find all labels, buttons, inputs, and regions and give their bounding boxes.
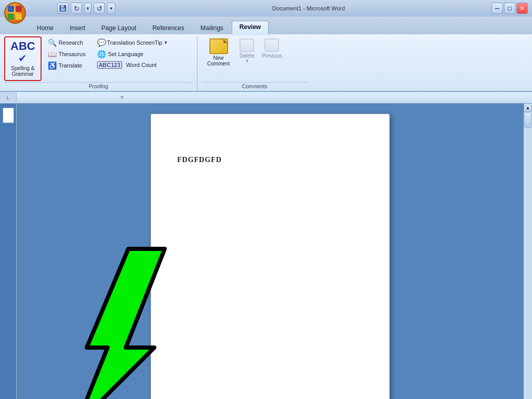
research-icon: 🔍 bbox=[48, 38, 57, 47]
translation-screentip-button[interactable]: 💬 Translation ScreenTip ▼ bbox=[94, 37, 171, 48]
window-title: Document1 - Microsoft Word bbox=[126, 5, 491, 11]
spelling-grammar-button[interactable]: ABC ✔ Spelling &Grammar bbox=[4, 36, 42, 81]
proofing-label: Proofing bbox=[4, 82, 193, 91]
tab-mailings[interactable]: Mailings bbox=[193, 22, 231, 34]
spelling-grammar-label: Spelling &Grammar bbox=[11, 65, 34, 77]
thesaurus-icon: 📖 bbox=[48, 50, 57, 58]
translation-tip-dropdown-arrow: ▼ bbox=[163, 40, 168, 45]
thesaurus-label: Thesaurus bbox=[59, 51, 86, 57]
translate-button[interactable]: ♿ Translate bbox=[45, 60, 89, 71]
tab-home[interactable]: Home bbox=[29, 22, 61, 34]
restore-button[interactable]: □ bbox=[504, 3, 515, 14]
page-thumbnail bbox=[3, 108, 14, 123]
page-thumbnails bbox=[0, 103, 16, 399]
document-canvas[interactable]: FDGFDGFD bbox=[17, 103, 524, 399]
vertical-ruler bbox=[0, 103, 17, 399]
vertical-scrollbar[interactable]: ▲ ▼ bbox=[524, 103, 532, 399]
svg-marker-5 bbox=[121, 96, 124, 99]
word-count-label: Word Count bbox=[126, 62, 157, 68]
comments-label: Comments bbox=[202, 82, 308, 91]
comments-group: NewComment Delete ▼ Previous Comments bbox=[197, 36, 312, 91]
close-button[interactable]: ✕ bbox=[516, 3, 528, 14]
scroll-thumb[interactable] bbox=[524, 112, 531, 128]
previous-icon bbox=[264, 38, 279, 52]
proofing-items: ABC ✔ Spelling &Grammar 🔍 Research 📖 The… bbox=[4, 36, 193, 81]
translation-tip-label: Translation ScreenTip bbox=[107, 39, 163, 46]
tab-insert[interactable]: Insert bbox=[62, 22, 93, 34]
set-language-label: Set Language bbox=[108, 51, 144, 57]
undo-dropdown[interactable]: ▼ bbox=[84, 3, 91, 14]
ruler-corner[interactable]: L bbox=[0, 92, 17, 103]
abc-icon: ABC bbox=[10, 41, 35, 52]
set-language-button[interactable]: 🌐 Set Language bbox=[94, 49, 171, 59]
previous-comment-button[interactable]: Previous bbox=[259, 36, 285, 61]
research-label: Research bbox=[59, 39, 83, 46]
document-page[interactable]: FDGFDGFD bbox=[151, 114, 390, 399]
previous-label: Previous bbox=[262, 53, 282, 59]
scroll-up-button[interactable]: ▲ bbox=[524, 103, 532, 112]
delete-icon bbox=[240, 38, 254, 52]
tab-references[interactable]: References bbox=[144, 22, 192, 34]
new-comment-icon bbox=[209, 38, 228, 54]
tab-pagelayout[interactable]: Page Layout bbox=[94, 22, 144, 34]
delete-label: Delete bbox=[240, 53, 255, 59]
minimize-button[interactable]: ─ bbox=[491, 3, 503, 14]
office-orb[interactable] bbox=[4, 2, 26, 24]
ribbon-content: ABC ✔ Spelling &Grammar 🔍 Research 📖 The… bbox=[0, 34, 532, 91]
proofing-group: ABC ✔ Spelling &Grammar 🔍 Research 📖 The… bbox=[0, 36, 197, 91]
word-count-icon: ABC123 bbox=[97, 61, 122, 69]
save-button[interactable] bbox=[57, 3, 69, 14]
delete-dropdown-arrow: ▼ bbox=[245, 59, 249, 63]
svg-rect-2 bbox=[61, 8, 65, 11]
new-comment-button[interactable]: NewComment bbox=[202, 36, 235, 69]
word-count-button[interactable]: ABC123 Word Count bbox=[94, 60, 171, 70]
scroll-track[interactable] bbox=[524, 112, 532, 399]
svg-rect-3 bbox=[62, 6, 63, 7]
quick-access-toolbar: ↺ ▼ ↺ ▼ bbox=[29, 3, 115, 14]
document-body-text: FDGFDGFD bbox=[177, 156, 363, 164]
comments-items: NewComment Delete ▼ Previous bbox=[202, 36, 308, 81]
redo-button[interactable]: ↺ bbox=[94, 3, 105, 14]
proofing-col1: 🔍 Research 📖 Thesaurus ♿ Translate bbox=[43, 36, 91, 72]
proofing-col2: 💬 Translation ScreenTip ▼ 🌐 Set Language… bbox=[92, 36, 174, 71]
research-button[interactable]: 🔍 Research bbox=[45, 37, 89, 48]
ribbon-tabs: Home Insert Page Layout References Maili… bbox=[0, 17, 532, 34]
translate-label: Translate bbox=[59, 62, 82, 69]
checkmark-icon: ✔ bbox=[18, 52, 27, 64]
undo-button[interactable]: ↺ bbox=[71, 3, 82, 14]
thesaurus-button[interactable]: 📖 Thesaurus bbox=[45, 49, 89, 59]
tab-review[interactable]: Review bbox=[232, 21, 269, 35]
set-language-icon: 🌐 bbox=[97, 50, 106, 58]
new-comment-label: NewComment bbox=[207, 55, 230, 66]
customize-qat-button[interactable]: ▼ bbox=[107, 3, 115, 14]
translation-tip-icon: 💬 bbox=[97, 38, 106, 47]
delete-comment-button[interactable]: Delete ▼ bbox=[236, 36, 258, 65]
horizontal-ruler bbox=[17, 92, 532, 103]
translate-icon: ♿ bbox=[48, 61, 57, 70]
